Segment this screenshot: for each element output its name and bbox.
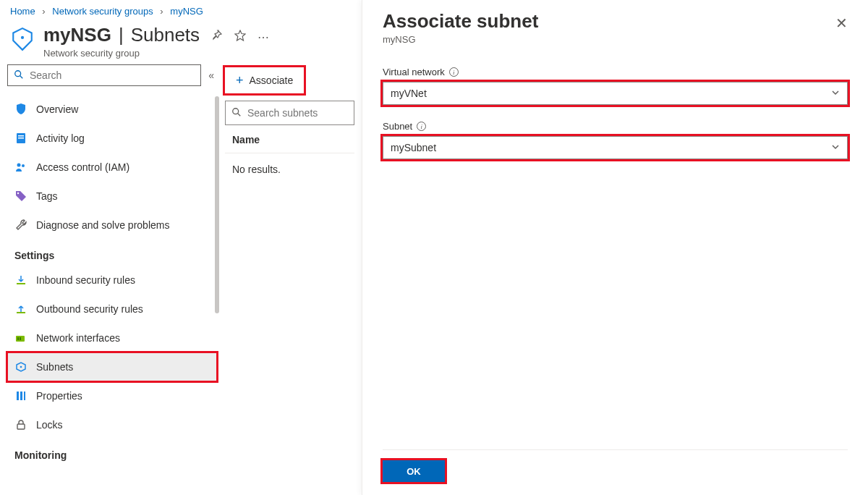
subnet-icon: [14, 360, 27, 373]
blade-title: Associate subnet: [383, 10, 835, 33]
vnet-dropdown[interactable]: myVNet: [383, 82, 848, 105]
subnet-label-text: Subnet: [383, 121, 412, 132]
svg-point-21: [233, 108, 239, 114]
subnet-table-header-name[interactable]: Name: [225, 125, 354, 153]
title-separator: |: [119, 24, 124, 46]
associate-subnet-blade: Associate subnet ✕ myNSG Virtual network…: [362, 0, 868, 495]
sidebar-section-settings: Settings: [7, 240, 217, 266]
sidebar-item-label: Diagnose and solve problems: [36, 219, 169, 231]
svg-point-2: [15, 70, 21, 76]
subnet-table-empty: No results.: [225, 153, 354, 185]
nsg-icon: [10, 27, 35, 51]
sidebar-scrollbar[interactable]: [215, 96, 219, 313]
breadcrumb-nsg[interactable]: myNSG: [170, 6, 203, 17]
svg-point-8: [22, 164, 25, 167]
svg-line-3: [20, 75, 23, 78]
sidebar-item-label: Access control (IAM): [36, 161, 129, 173]
svg-rect-18: [20, 392, 22, 400]
sidebar-item-activity-log[interactable]: Activity log: [7, 124, 217, 153]
sidebar-item-label: Activity log: [36, 132, 85, 144]
info-icon[interactable]: i: [449, 67, 459, 77]
shield-icon: [14, 103, 27, 116]
lock-icon: [14, 418, 27, 431]
svg-rect-14: [20, 337, 21, 340]
page-title-section: Subnets: [131, 24, 200, 46]
sidebar-item-label: Overview: [36, 103, 78, 115]
sidebar-item-label: Outbound security rules: [36, 303, 143, 315]
svg-rect-20: [17, 424, 25, 429]
sidebar: « Overview Activity log Access control (…: [0, 64, 217, 494]
subnet-dropdown[interactable]: mySubnet: [383, 136, 848, 159]
sidebar-item-network-interfaces[interactable]: Network interfaces: [7, 323, 217, 352]
svg-rect-19: [24, 392, 25, 400]
content-main: + Associate Name No results.: [217, 64, 354, 494]
breadcrumb-home[interactable]: Home: [10, 6, 35, 17]
sidebar-item-iam[interactable]: Access control (IAM): [7, 153, 217, 182]
associate-button-label: Associate: [250, 75, 294, 86]
svg-rect-17: [17, 392, 19, 400]
log-icon: [14, 132, 27, 145]
subnet-dropdown-value: mySubnet: [391, 142, 436, 153]
plus-icon: +: [236, 74, 244, 87]
star-icon[interactable]: [234, 30, 246, 44]
chevron-right-icon: ›: [42, 6, 45, 17]
sidebar-item-label: Inbound security rules: [36, 274, 135, 286]
chevron-right-icon: ›: [160, 6, 163, 17]
vnet-label: Virtual network i: [383, 67, 848, 77]
outbound-icon: [14, 302, 27, 316]
wrench-icon: [14, 219, 27, 232]
sidebar-item-label: Tags: [36, 190, 58, 202]
nic-icon: [14, 331, 27, 344]
sidebar-item-outbound-rules[interactable]: Outbound security rules: [7, 295, 217, 323]
sidebar-item-properties[interactable]: Properties: [7, 381, 217, 410]
ok-button[interactable]: OK: [383, 460, 445, 482]
svg-rect-13: [17, 337, 19, 340]
svg-point-16: [20, 366, 22, 368]
sidebar-item-tags[interactable]: Tags: [7, 182, 217, 211]
properties-icon: [14, 389, 27, 402]
sidebar-item-subnets[interactable]: Subnets: [7, 352, 217, 381]
sidebar-item-diagnose[interactable]: Diagnose and solve problems: [7, 211, 217, 240]
breadcrumb-nsg-list[interactable]: Network security groups: [52, 6, 153, 17]
chevron-down-icon: [831, 142, 840, 153]
sidebar-search[interactable]: [7, 64, 201, 86]
svg-point-9: [17, 192, 19, 194]
search-icon: [14, 69, 24, 82]
tag-icon: [14, 190, 27, 203]
collapse-sidebar-icon[interactable]: «: [208, 69, 214, 81]
associate-button[interactable]: + Associate: [225, 67, 304, 93]
svg-rect-5: [18, 135, 24, 137]
info-icon[interactable]: i: [417, 122, 426, 131]
sidebar-item-label: Properties: [36, 390, 82, 402]
people-icon: [14, 161, 27, 174]
svg-point-7: [17, 164, 21, 167]
svg-point-1: [21, 36, 24, 39]
vnet-label-text: Virtual network: [383, 67, 445, 77]
search-subnets[interactable]: [225, 101, 354, 125]
search-icon: [231, 107, 242, 119]
svg-line-22: [238, 113, 241, 116]
sidebar-section-monitoring: Monitoring: [7, 439, 217, 465]
sidebar-item-label: Network interfaces: [36, 332, 120, 344]
blade-subtitle: myNSG: [383, 34, 848, 45]
inbound-icon: [14, 274, 27, 287]
svg-rect-6: [18, 138, 24, 139]
search-subnets-input[interactable]: [246, 106, 348, 119]
vnet-dropdown-value: myVNet: [391, 88, 427, 99]
sidebar-item-label: Subnets: [36, 361, 73, 373]
close-icon[interactable]: ✕: [835, 10, 848, 32]
sidebar-item-inbound-rules[interactable]: Inbound security rules: [7, 266, 217, 295]
chevron-down-icon: [831, 88, 840, 99]
subnet-label: Subnet i: [383, 121, 848, 132]
sidebar-item-label: Locks: [36, 419, 63, 431]
sidebar-search-input[interactable]: [28, 69, 195, 82]
pin-icon[interactable]: [211, 30, 223, 44]
sidebar-item-overview[interactable]: Overview: [7, 95, 217, 124]
more-icon[interactable]: ⋯: [258, 30, 269, 44]
page-title-name: myNSG: [43, 24, 111, 46]
sidebar-item-locks[interactable]: Locks: [7, 410, 217, 439]
